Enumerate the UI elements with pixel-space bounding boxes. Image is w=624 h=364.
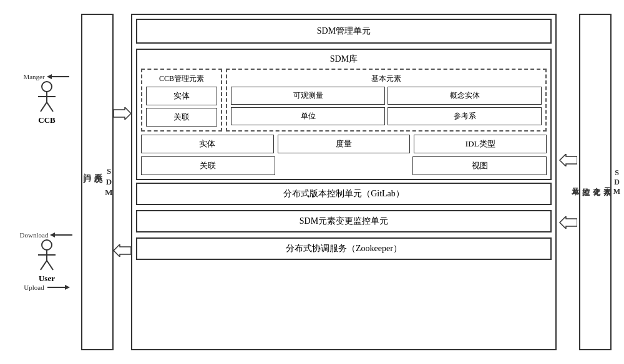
sdm-lib-box: SDM库 CCB管理元素 实体 关联 基本元素 (136, 49, 552, 180)
svg-line-12 (41, 261, 47, 270)
sdm-change-monitor-label: SDM元素变更监控单元 (300, 216, 388, 227)
portal-line1: S (104, 166, 114, 177)
main-outer-box: SDM管理单元 SDM库 CCB管理元素 实体 关联 基本元素 (131, 14, 557, 350)
svg-line-13 (47, 261, 53, 270)
manger-label: Manger (23, 73, 44, 80)
measure-label: 度量 (336, 139, 352, 148)
ccb-relation-label: 关联 (173, 112, 190, 122)
observable-box: 可观测量 (231, 87, 385, 105)
portal-line7: 户 (82, 168, 92, 169)
measure-box: 度量 (278, 135, 411, 153)
extra-entity-box: 实体 (141, 135, 274, 153)
top-in-arrow (114, 107, 131, 120)
ccb-relation-box: 关联 (146, 108, 217, 127)
upload-arrow-icon (46, 284, 70, 291)
basic-elements-title: 基本元素 (231, 74, 542, 84)
left-connector (114, 7, 131, 357)
sdm-lib-inner: CCB管理元素 实体 关联 基本元素 可观测量 (141, 69, 547, 132)
distributed-coord-label: 分布式协调服务（Zookeeper） (286, 243, 402, 254)
distributed-version-box: 分布式版本控制单元（GitLab） (136, 183, 552, 205)
ccb-elements-box: CCB管理元素 实体 关联 (141, 69, 222, 132)
distributed-coord-box: 分布式协调服务（Zookeeper） (136, 237, 552, 260)
download-arrow-row: Download (20, 231, 74, 239)
ccb-elements-title: CCB管理元素 (146, 74, 217, 84)
ccb-actor-group: Manger CCB (23, 73, 70, 125)
user-actor-group: Download User Upload (20, 231, 74, 291)
distributed-version-label: 分布式版本控制单元（GitLab） (283, 188, 404, 199)
idl-label: IDL类型 (466, 139, 495, 148)
right-double-arrow (558, 154, 577, 166)
diagram-container: Manger CCB Download (12, 7, 612, 357)
bottom-out-arrow (114, 244, 131, 257)
svg-line-6 (47, 102, 53, 112)
svg-point-9 (42, 240, 52, 250)
ccb-entity-box: 实体 (146, 87, 217, 105)
sdm-mgmt-label: SDM管理单元 (317, 26, 371, 37)
concept-entity-label: 概念实体 (450, 91, 480, 100)
basic-elements-grid: 可观测量 概念实体 单位 参考系 (231, 87, 542, 125)
svg-marker-18 (560, 154, 577, 166)
sdm-monitor-panel: SDM元素变化监控单元 (579, 14, 612, 350)
portal-line2: D (104, 177, 114, 188)
svg-marker-15 (65, 285, 70, 290)
sdm-mgmt-box: SDM管理单元 (136, 19, 552, 44)
reference-box: 参考系 (388, 107, 542, 125)
reference-label: 参考系 (454, 112, 476, 120)
unit-label: 单位 (301, 112, 316, 120)
user-actor-icon (36, 239, 58, 271)
svg-marker-1 (47, 74, 52, 79)
svg-point-2 (42, 82, 52, 92)
svg-marker-19 (560, 216, 577, 229)
svg-marker-17 (114, 244, 131, 257)
extra-row2: 关联 视图 (141, 156, 547, 175)
basic-elements-box: 基本元素 可观测量 概念实体 单位 参考系 (226, 69, 547, 132)
sdm-portal: SDM 系统 门户 (81, 14, 114, 350)
svg-marker-16 (114, 107, 131, 120)
sdm-lib-title: SDM库 (141, 54, 547, 65)
unit-box: 单位 (231, 107, 385, 125)
svg-line-5 (41, 102, 47, 112)
sdm-portal-label: SDM 系统 门户 (81, 166, 114, 198)
upload-label: Upload (24, 284, 44, 291)
observable-label: 可观测量 (293, 91, 323, 100)
download-label: Download (20, 231, 49, 239)
extra-row1: 实体 度量 IDL类型 (141, 135, 547, 153)
extra-entity-label: 实体 (199, 139, 215, 148)
sdm-change-monitor-box: SDM元素变更监控单元 (136, 210, 552, 232)
ccb-actor-icon (36, 80, 58, 113)
ccb-entity-label: 实体 (173, 91, 190, 100)
extra-relation-label: 关联 (200, 161, 216, 170)
extra-relation-box: 关联 (141, 156, 275, 175)
portal-line5: 统 (94, 168, 103, 169)
right-to-change-arrow (558, 216, 577, 229)
actors-panel: Manger CCB Download (12, 7, 81, 357)
spacer-box (279, 156, 409, 175)
idl-box: IDL类型 (414, 135, 547, 153)
portal-line3: M (104, 188, 114, 198)
svg-marker-8 (50, 232, 55, 237)
user-label: User (39, 274, 55, 284)
upload-arrow-row: Upload (24, 284, 69, 291)
view-box: 视图 (412, 156, 547, 175)
sdm-monitor-label: SDM元素变化监控单元 (570, 168, 622, 196)
download-arrow-icon (50, 231, 74, 239)
ccb-label: CCB (38, 115, 55, 125)
concept-entity-box: 概念实体 (388, 87, 542, 105)
view-label: 视图 (472, 161, 488, 170)
manger-arrow-icon (47, 73, 71, 80)
manger-arrow-row: Manger (23, 73, 70, 80)
